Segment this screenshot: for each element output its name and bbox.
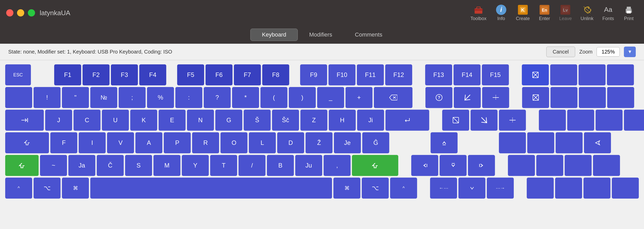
key-nav-left[interactable]: ←⋯ — [430, 178, 457, 199]
key-far-r4-2[interactable] — [536, 155, 563, 176]
key-minus[interactable]: _ — [317, 87, 344, 108]
key-a[interactable]: F — [50, 132, 77, 153]
key-end[interactable] — [470, 110, 498, 131]
zoom-input[interactable] — [597, 47, 620, 57]
key-5[interactable]: % — [147, 87, 174, 108]
key-b[interactable]: Y — [182, 155, 209, 176]
key-i[interactable]: Š — [244, 110, 271, 131]
key-l[interactable]: D — [277, 132, 304, 153]
info-button[interactable]: i Info — [492, 4, 510, 22]
key-lctrl[interactable]: ⌥ — [34, 178, 61, 199]
key-far-r3-4[interactable] — [584, 132, 611, 153]
key-f6[interactable]: F6 — [205, 64, 233, 85]
key-v[interactable]: M — [153, 155, 180, 176]
tab-modifiers[interactable]: Modifiers — [298, 29, 343, 41]
cancel-button[interactable]: Cancel — [546, 47, 575, 57]
key-lalt[interactable]: ⌘ — [62, 178, 89, 199]
key-g[interactable]: P — [164, 132, 191, 153]
create-button[interactable]: K Create — [513, 4, 533, 22]
key-j[interactable]: O — [220, 132, 247, 153]
key-far-r0-2[interactable] — [550, 64, 577, 85]
key-far-r5-4[interactable] — [612, 178, 639, 199]
minimize-button[interactable] — [17, 9, 24, 16]
key-x[interactable]: Č — [97, 155, 124, 176]
key-f9[interactable]: F9 — [300, 64, 327, 85]
maximize-button[interactable] — [28, 9, 35, 16]
key-far-r1-1[interactable] — [522, 87, 549, 108]
key-4[interactable]: ; — [119, 87, 146, 108]
key-far-r4-4[interactable] — [593, 155, 620, 176]
key-capslock[interactable] — [5, 132, 49, 153]
key-d[interactable]: V — [107, 132, 134, 153]
leave-button[interactable]: Lv Leave — [556, 4, 575, 22]
key-f10[interactable]: F10 — [328, 64, 356, 85]
key-return[interactable] — [385, 110, 429, 131]
key-far-r1-4[interactable] — [607, 87, 634, 108]
key-far-r4-3[interactable] — [565, 155, 592, 176]
key-f2[interactable]: F2 — [82, 64, 110, 85]
toolbox-button[interactable]: Toolbox — [467, 4, 490, 22]
key-up[interactable] — [431, 132, 458, 153]
key-u[interactable]: G — [215, 110, 242, 131]
key-e[interactable]: U — [102, 110, 129, 131]
key-far-r2-1[interactable] — [539, 110, 566, 131]
key-9[interactable]: ( — [260, 87, 287, 108]
key-space[interactable] — [90, 178, 332, 199]
key-f8[interactable]: F8 — [262, 64, 289, 85]
key-help[interactable]: ? — [425, 87, 452, 108]
key-m[interactable]: / — [238, 155, 266, 176]
key-f4[interactable]: F4 — [139, 64, 166, 85]
key-left[interactable] — [411, 155, 438, 176]
key-6[interactable]: : — [175, 87, 202, 108]
key-f14[interactable]: F14 — [453, 64, 481, 85]
key-far-r2-4[interactable] — [624, 110, 644, 131]
key-far-r0-1[interactable] — [522, 64, 549, 85]
key-far-r0-3[interactable] — [579, 64, 606, 85]
key-far-r3-3[interactable] — [556, 132, 583, 153]
key-nav-right[interactable]: ⋯→ — [487, 178, 514, 199]
key-del[interactable] — [442, 110, 469, 131]
key-3[interactable]: № — [90, 87, 117, 108]
key-f15[interactable]: F15 — [482, 64, 509, 85]
key-iso[interactable]: ~ — [40, 155, 67, 176]
key-2[interactable]: " — [62, 87, 89, 108]
key-rctrl[interactable]: ⌥ — [362, 178, 389, 199]
key-far-r5-1[interactable] — [527, 178, 554, 199]
key-far-r5-3[interactable] — [583, 178, 610, 199]
key-down[interactable] — [440, 155, 467, 176]
key-1[interactable]: ! — [34, 87, 61, 108]
key-fn[interactable]: ^ — [5, 178, 32, 199]
key-lshift[interactable] — [5, 155, 39, 176]
key-h[interactable]: R — [192, 132, 219, 153]
key-far-r2-3[interactable] — [596, 110, 623, 131]
key-rfn[interactable]: ^ — [390, 178, 417, 199]
key-far-r0-4[interactable] — [607, 64, 634, 85]
key-7[interactable]: ? — [204, 87, 231, 108]
key-f1[interactable]: F1 — [54, 64, 81, 85]
key-pgup[interactable] — [482, 87, 509, 108]
key-period[interactable]: Ju — [295, 155, 322, 176]
print-button[interactable]: Print — [620, 4, 638, 22]
unlink-button[interactable]: Unlink — [577, 4, 597, 22]
key-y[interactable]: N — [187, 110, 214, 131]
zoom-dropdown-button[interactable]: ▼ — [624, 47, 636, 57]
key-z[interactable]: Ja — [68, 155, 95, 176]
key-f3[interactable]: F3 — [111, 64, 138, 85]
key-f11[interactable]: F11 — [357, 64, 384, 85]
key-semicolon[interactable]: Ž — [306, 132, 333, 153]
key-bracket-r[interactable]: Ji — [357, 110, 384, 131]
key-0[interactable]: ) — [289, 87, 316, 108]
key-o[interactable]: Šč — [272, 110, 299, 131]
key-f7[interactable]: F7 — [234, 64, 261, 85]
tab-comments[interactable]: Comments — [344, 29, 394, 41]
key-backslash[interactable]: Ĝ — [362, 132, 389, 153]
key-far-r5-2[interactable] — [555, 178, 582, 199]
key-slash[interactable]: , — [324, 155, 351, 176]
key-f12[interactable]: F12 — [385, 64, 412, 85]
fonts-button[interactable]: Aa Fonts — [599, 4, 617, 22]
key-t[interactable]: E — [159, 110, 186, 131]
close-button[interactable] — [6, 9, 13, 16]
key-backspace[interactable] — [374, 87, 412, 108]
key-c[interactable]: S — [125, 155, 152, 176]
key-ralt[interactable]: ⌘ — [333, 178, 360, 199]
